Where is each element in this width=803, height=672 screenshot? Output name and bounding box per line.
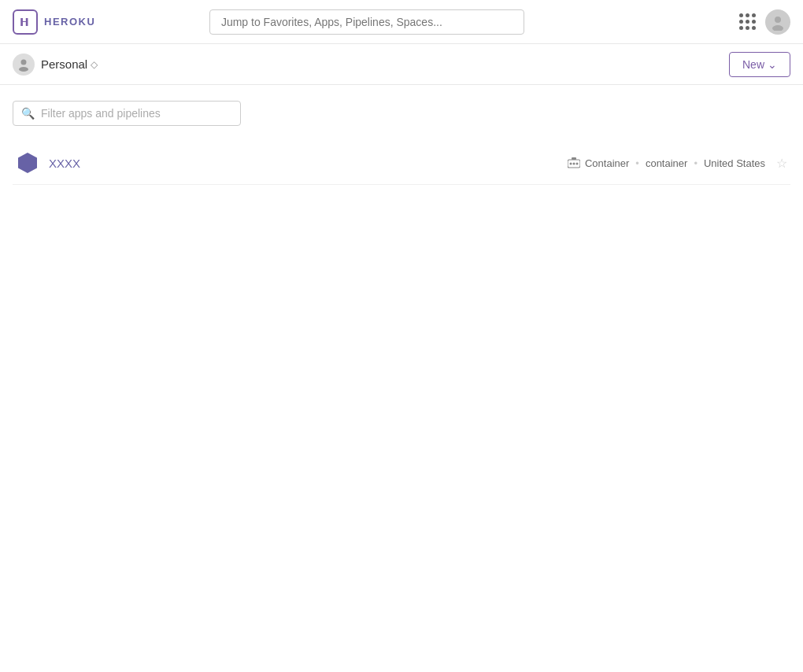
nav-right: [739, 9, 790, 35]
grid-dot: [746, 20, 749, 24]
content-area: 🔍 XXXX: [0, 85, 803, 201]
personal-label[interactable]: Personal ◇: [41, 57, 98, 71]
favorite-star-icon[interactable]: ☆: [776, 156, 787, 171]
region: United States: [704, 157, 765, 169]
grid-dot: [752, 13, 756, 17]
grid-dot: [752, 26, 756, 30]
personal-section[interactable]: Personal ◇: [13, 54, 98, 76]
grid-dot: [739, 13, 743, 17]
grid-dot: [752, 20, 756, 24]
sub-nav: Personal ◇ New ⌄: [0, 44, 803, 85]
svg-point-3: [21, 59, 27, 65]
grid-dot: [739, 26, 743, 30]
svg-point-1: [775, 17, 781, 23]
svg-point-8: [572, 163, 575, 165]
svg-rect-10: [572, 157, 576, 160]
svg-point-2: [772, 25, 783, 31]
personal-user-icon: [13, 54, 35, 76]
user-avatar[interactable]: [765, 9, 790, 35]
filter-section: 🔍: [13, 101, 790, 126]
global-search-input[interactable]: [209, 9, 524, 35]
grid-dot: [746, 26, 749, 30]
top-nav: 𝗛 HEROKU: [0, 0, 803, 44]
personal-chevron-icon: ◇: [91, 59, 98, 70]
grid-dot: [746, 13, 749, 17]
logo-area: 𝗛 HEROKU: [13, 9, 95, 35]
app-name: XXXX: [49, 157, 80, 170]
app-hex-icon: [16, 151, 39, 175]
separator-2: •: [694, 157, 698, 169]
separator-1: •: [635, 157, 639, 169]
app-left: XXXX: [16, 151, 80, 175]
heroku-logo-text: HEROKU: [44, 16, 95, 28]
app-right: Container • container • United States ☆: [568, 156, 787, 171]
filter-input-wrapper[interactable]: 🔍: [13, 101, 241, 126]
stack-type: Container: [585, 157, 629, 169]
filter-search-icon: 🔍: [21, 107, 35, 120]
new-button-label: New: [742, 58, 764, 71]
filter-apps-input[interactable]: [41, 107, 232, 120]
new-button-chevron-icon: ⌄: [768, 58, 777, 71]
svg-point-7: [569, 163, 572, 165]
container-type-icon: [568, 157, 580, 168]
app-list: XXXX Container • container • United Stat…: [13, 142, 790, 185]
svg-point-9: [575, 163, 578, 165]
personal-label-text: Personal: [41, 57, 87, 71]
svg-text:𝗛: 𝗛: [20, 17, 29, 28]
global-search-bar[interactable]: [209, 9, 524, 35]
svg-point-4: [19, 67, 28, 72]
stack-name: container: [646, 157, 687, 169]
svg-marker-5: [18, 153, 37, 173]
grid-dot: [739, 20, 743, 24]
new-button[interactable]: New ⌄: [729, 52, 790, 77]
table-row[interactable]: XXXX Container • container • United Stat…: [13, 142, 790, 185]
heroku-logo-icon: 𝗛: [13, 9, 38, 35]
apps-grid-icon[interactable]: [739, 13, 756, 30]
